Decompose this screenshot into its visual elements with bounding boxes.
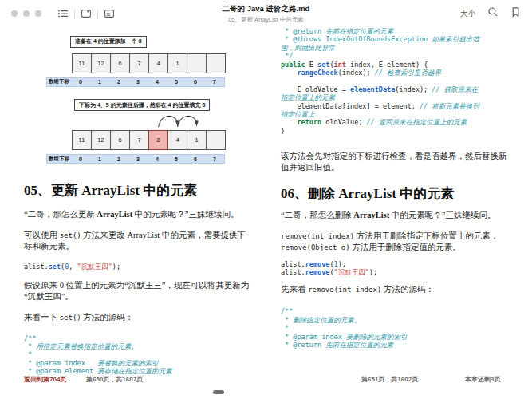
reader-window: 二哥的 Java 进阶之路.md 05、更新 ArrayList 中的元素 大小…: [0, 0, 532, 399]
code-line: alist.remove("沉默王四");: [281, 268, 511, 276]
index-cell: 1: [90, 79, 109, 85]
search-icon[interactable]: [487, 6, 499, 21]
index-cell: 0: [71, 156, 90, 162]
paragraph: 先来看 remove(int index) 方法的源码：: [281, 284, 511, 295]
paragraph: 可以使用 set() 方法来更改 ArrayList 中的元素，需要提供下标和新…: [24, 230, 253, 252]
text-segment: 可以使用: [24, 231, 60, 239]
code-line: */: [281, 52, 511, 60]
paragraph: remove(int index) 方法用于删除指定下标位置上的元素，remov…: [281, 231, 511, 253]
array-cell: 11: [72, 53, 92, 73]
paragraph: “二哥，那怎么删除 ArrayList 中的元素呢？”三妹继续问。: [281, 210, 511, 221]
diagram-caption: 准备在 4 的位置添加一个 8: [70, 36, 147, 48]
code-line: * @param index 要替换的元素的索引: [24, 359, 253, 367]
page-right: * @return 先前在指定位置的元素 * @throws IndexOutO…: [281, 27, 511, 349]
code-remove-calls: alist.remove(1);alist.remove("沉默王四");: [281, 260, 511, 277]
right-page-number: 第651页，共1607页: [361, 375, 418, 384]
paragraph: 来看一下 set() 方法的源码：: [24, 312, 253, 323]
code-line: [281, 77, 511, 85]
code-line: /**: [281, 307, 511, 315]
text-segment: remove(Object o): [281, 243, 350, 251]
code-line: rangeCheck(index); // 检查索引是否越界: [281, 69, 511, 77]
code-line: public E set(int index, E element) {: [281, 61, 511, 69]
text-segment: remove(int index): [308, 286, 381, 294]
title-bar: 二哥的 Java 进阶之路.md 05、更新 ArrayList 中的元素 大小: [0, 0, 532, 27]
bookmark-page-icon[interactable]: [81, 8, 92, 19]
index-cell: 2: [109, 156, 128, 162]
array-cell: 1: [187, 130, 207, 150]
array-cell: 6: [110, 53, 130, 73]
code-line: * @return 先前在指定位置的元素: [281, 341, 511, 349]
text-segment: 假设原来 0 位置上的元素为“沉默王三”，现在可以将其更新为“沉默王四”。: [24, 281, 249, 301]
section-heading-05: 05、更新 ArrayList 中的元素: [24, 181, 253, 200]
index-cell: 3: [128, 156, 148, 162]
text-segment: 方法的源码：: [381, 285, 434, 294]
text-segment: 中的元素呢？”三妹继续问。: [132, 210, 238, 219]
index-cell: 5: [167, 79, 186, 85]
text-segment: 方法用于删除指定值的元素。: [350, 243, 461, 251]
notes-panel-icon[interactable]: [104, 8, 115, 19]
code-line: alist.remove(1);: [281, 260, 511, 268]
paragraph: “二哥，那怎么更新 ArrayList 中的元素呢？”三妹继续问。: [24, 209, 253, 220]
text-segment: set(): [60, 314, 81, 322]
text-segment: 中的元素呢？”三妹继续问。: [389, 211, 495, 219]
index-cell: 6: [186, 79, 205, 85]
shift-arrows: [72, 111, 231, 130]
document-title-block: 二哥的 Java 进阶之路.md 05、更新 ArrayList 中的元素: [223, 4, 310, 24]
array-cell: 11: [72, 130, 92, 150]
back-to-page-link[interactable]: 返回到第704页: [24, 375, 66, 384]
text-segment: 来看一下: [24, 313, 60, 322]
chapter-remaining-label: 本章还剩3页: [465, 375, 500, 384]
text-segment: ArrayList: [353, 211, 389, 219]
toc-icon[interactable]: [57, 8, 69, 19]
code-line: * @return 先前在指定位置的元素: [281, 27, 511, 35]
text-segment: 方法用于删除指定下标位置上的元素，: [354, 231, 499, 240]
code-line: *: [281, 324, 511, 332]
index-cell: 3: [128, 79, 148, 85]
text-segment: remove(int index): [281, 232, 354, 240]
window-zoom-button[interactable]: [35, 10, 41, 17]
array-cell: 4: [167, 130, 187, 150]
bookmark-icon[interactable]: [510, 6, 521, 21]
index-row-label: 数组下标: [47, 78, 71, 85]
code-line: /**: [24, 334, 253, 342]
code-line: * @throws IndexOutOfBoundsException 如果索引…: [281, 35, 511, 43]
array-cell-highlighted: 8: [148, 130, 168, 150]
array-cells: 111267841: [72, 130, 253, 150]
code-line: * 删除指定位置的元素。: [281, 316, 511, 324]
index-row-label: 数组下标: [47, 156, 71, 163]
paragraph: 该方法会先对指定的下标进行检查，看是否越界，然后替换新值并返回旧值。: [281, 151, 511, 173]
text-segment: set(): [60, 231, 81, 239]
index-cell: 0: [71, 79, 90, 85]
array-cell: 7: [129, 130, 149, 150]
index-cell: 6: [186, 156, 205, 162]
index-cell: 5: [167, 156, 186, 162]
code-line: * 用指定元素替换指定位置的元素。: [24, 342, 253, 350]
array-cell: 4: [148, 53, 168, 73]
toolbar-divider: [97, 9, 98, 19]
text-segment: “二哥，那怎么更新: [24, 210, 97, 219]
code-line: 指定位置上的元素: [281, 93, 511, 101]
code-line: E oldValue = elementData(index); // 获取原来…: [281, 85, 511, 93]
code-set-call: alist.set(0, "沉默王四");: [24, 263, 253, 271]
code-remove-javadoc: /** * 删除指定位置的元素。 * * @param index 要删除的元素…: [281, 307, 511, 349]
text-segment: ArrayList: [97, 210, 132, 219]
paragraph: 假设原来 0 位置上的元素为“沉默王三”，现在可以将其更新为“沉默王四”。: [24, 280, 253, 302]
array-cell: 1: [167, 53, 187, 73]
font-size-button[interactable]: 大小: [460, 9, 475, 19]
scroll-indicator[interactable]: [213, 390, 224, 394]
code-line: alist.set(0, "沉默王四");: [24, 263, 253, 271]
code-set-implementation: * @return 先前在指定位置的元素 * @throws IndexOutO…: [281, 27, 511, 135]
window-close-button[interactable]: [11, 10, 18, 17]
code-line: elementData[index] = element; // 将新元素替换到: [281, 102, 511, 110]
code-line: }: [281, 127, 511, 135]
window-minimize-button[interactable]: [23, 10, 30, 17]
code-set-javadoc: /** * 用指定元素替换指定位置的元素。 * * @param index 要…: [24, 334, 253, 376]
code-line: * @param index 要删除的元素的索引: [281, 333, 511, 341]
text-segment: 先来看: [281, 285, 308, 294]
code-line: *: [24, 350, 253, 358]
window-controls[interactable]: [11, 10, 41, 17]
code-line: return oldValue; // 返回原来在指定位置上的元素: [281, 118, 511, 126]
document-title: 二哥的 Java 进阶之路.md: [223, 4, 310, 14]
text-segment: 该方法会先对指定的下标进行检查，看是否越界，然后替换新值并返回旧值。: [281, 152, 507, 172]
diagram-shift-elements: 下标为 4、5 的元素往后挪，然后在 4 的位置填充 8 111267841 数…: [24, 96, 253, 164]
